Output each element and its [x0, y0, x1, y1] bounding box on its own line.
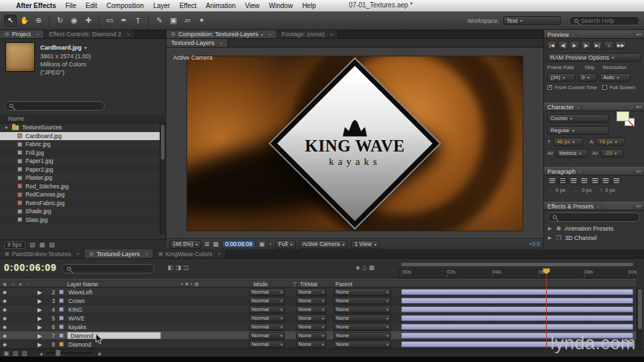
help-search[interactable]: [569, 16, 640, 25]
current-time-display[interactable]: 0:00:06:09: [4, 262, 57, 273]
menu-effect[interactable]: Effect: [174, 2, 201, 9]
view-layout-dropdown[interactable]: 1 View: [351, 240, 379, 249]
panel-menu-icon[interactable]: ▾≡: [636, 204, 641, 209]
layer-name[interactable]: WAVE: [68, 314, 85, 322]
eye-icon[interactable]: ◉: [3, 296, 7, 305]
list-item[interactable]: ▶ ❐ 3D Channel: [544, 233, 644, 243]
disclosure-down-icon[interactable]: ▼: [4, 125, 9, 130]
menu-view[interactable]: View: [240, 2, 264, 9]
tab-project[interactable]: ▦Project: [0, 30, 44, 38]
expand-inout-icon[interactable]: ▥: [21, 350, 28, 357]
tab-kingwave-colors[interactable]: ▦KingWave-Colors: [154, 249, 226, 258]
mode-dropdown[interactable]: Normal: [249, 314, 285, 322]
justify-all-button[interactable]: [612, 177, 621, 184]
play-button[interactable]: ▶: [570, 41, 580, 50]
layer-name[interactable]: kayaks: [68, 322, 86, 331]
timeline-search[interactable]: [62, 264, 154, 274]
layer-color-chip[interactable]: [59, 324, 64, 329]
timeline-search-input[interactable]: [74, 265, 144, 272]
layer-name[interactable]: Diamond: [68, 340, 91, 349]
ram-preview-options-dropdown[interactable]: RAM Preview Options: [547, 53, 641, 62]
layer-color-chip[interactable]: [59, 342, 64, 347]
eye-icon[interactable]: ◉: [3, 322, 7, 331]
magnification-dropdown[interactable]: (48.5%): [170, 240, 201, 249]
menu-window[interactable]: Window: [264, 2, 298, 9]
flowchart-icon[interactable]: ◧: [168, 264, 174, 271]
tab-footage[interactable]: Footage: (none): [277, 30, 339, 38]
panel-menu-icon[interactable]: ▾≡: [636, 105, 641, 110]
work-area-bar[interactable]: [401, 263, 633, 266]
full-screen-checkbox[interactable]: [602, 85, 607, 90]
layer-color-chip[interactable]: [59, 316, 64, 320]
project-search[interactable]: [4, 101, 105, 111]
ram-preview-button[interactable]: ▶▶: [615, 41, 627, 50]
grid-icon[interactable]: ⊞: [205, 241, 210, 247]
composition-image[interactable]: KING WAVE kayaks: [186, 56, 523, 231]
layer-disclosure-icon[interactable]: ▶: [38, 305, 42, 314]
eye-icon[interactable]: ◉: [3, 305, 7, 314]
effects-search-input[interactable]: [559, 214, 633, 221]
effects-presets-panel-header[interactable]: Effects & Presets▾≡: [544, 202, 644, 210]
layer-color-chip[interactable]: [59, 290, 64, 294]
stamp-tool-icon[interactable]: ▣: [167, 15, 180, 27]
frame-rate-dropdown[interactable]: (24): [547, 73, 576, 82]
expand-modes-icon[interactable]: ▤: [13, 350, 19, 357]
project-search-input[interactable]: [16, 103, 70, 109]
layer-bar[interactable]: [401, 324, 633, 330]
layer-name[interactable]: Crown: [68, 296, 85, 305]
layer-bar[interactable]: [401, 298, 633, 304]
tracking-dropdown[interactable]: -33: [601, 149, 624, 158]
trkmat-dropdown[interactable]: None: [296, 297, 327, 304]
layer-color-chip[interactable]: [59, 307, 64, 312]
list-item[interactable]: Cardboard.jpg: [0, 132, 160, 141]
list-item[interactable]: Paper1.jpg: [0, 157, 160, 166]
last-frame-button[interactable]: ▶|: [592, 41, 602, 50]
mode-dropdown[interactable]: Normal: [249, 306, 285, 313]
trkmat-dropdown[interactable]: None: [296, 341, 327, 348]
layer-name[interactable]: KING: [68, 305, 83, 314]
bit-depth-button[interactable]: 8 bpc: [4, 241, 25, 249]
tab-viewer-comp[interactable]: Textured-Layers: [166, 39, 228, 47]
first-frame-button[interactable]: |◀: [547, 41, 557, 50]
help-search-input[interactable]: [581, 17, 635, 24]
paragraph-panel-header[interactable]: Paragraph▾≡: [544, 167, 644, 176]
resolution-dropdown[interactable]: Full: [275, 240, 296, 249]
align-right-button[interactable]: [569, 177, 578, 184]
panel-menu-icon[interactable]: ▾≡: [636, 169, 641, 174]
menu-after-effects[interactable]: After Effects: [11, 2, 60, 9]
font-family-dropdown[interactable]: Cochin: [547, 114, 609, 123]
preview-panel-header[interactable]: Preview▾≡: [544, 30, 644, 39]
tab-composition[interactable]: ▦Composition: Textured-Layers▾: [166, 30, 277, 38]
panel-menu-icon[interactable]: ▾≡: [636, 32, 641, 38]
preview-resolution-dropdown[interactable]: Auto: [600, 73, 631, 82]
indent-left-value[interactable]: 0 px: [555, 187, 566, 193]
parent-dropdown[interactable]: None: [333, 341, 391, 348]
list-item[interactable]: Red_Stitches.jpg: [0, 182, 160, 191]
current-time-badge[interactable]: 0:00:06:09: [222, 240, 256, 248]
eye-icon[interactable]: ◉: [3, 288, 7, 296]
zoom-out-icon[interactable]: ▴: [40, 350, 44, 357]
mode-dropdown[interactable]: Normal: [249, 323, 285, 330]
footage-name[interactable]: Cardboard.jpg: [40, 44, 82, 51]
trkmat-dropdown[interactable]: None: [296, 306, 327, 313]
mode-dropdown[interactable]: Normal: [249, 332, 285, 339]
layer-disclosure-icon[interactable]: ▶: [38, 314, 42, 322]
justify-last-right-button[interactable]: [601, 177, 610, 184]
list-item[interactable]: RetroFabric.jpg: [0, 199, 160, 208]
effects-search[interactable]: [547, 213, 640, 222]
parent-dropdown[interactable]: None: [333, 306, 391, 313]
justify-last-center-button[interactable]: [590, 177, 600, 184]
layer-disclosure-icon[interactable]: ▶: [38, 288, 42, 296]
menu-file[interactable]: File: [60, 2, 80, 9]
folder-row[interactable]: ▼ TextureSources: [0, 123, 160, 132]
skip-dropdown[interactable]: 0: [578, 73, 597, 82]
layer-color-chip[interactable]: [59, 298, 64, 303]
playhead-line[interactable]: [546, 271, 547, 349]
space-before-value[interactable]: 0 px: [605, 187, 615, 193]
rotation-tool-icon[interactable]: ↻: [54, 15, 66, 27]
layer-bar[interactable]: [401, 289, 633, 295]
character-panel-header[interactable]: Character▾≡: [544, 103, 644, 111]
tab-effect-controls[interactable]: Effect Controls: Diamond 2: [44, 30, 135, 38]
trash-icon[interactable]: ▧: [49, 241, 55, 248]
scrollbar-thumb[interactable]: [161, 125, 164, 160]
